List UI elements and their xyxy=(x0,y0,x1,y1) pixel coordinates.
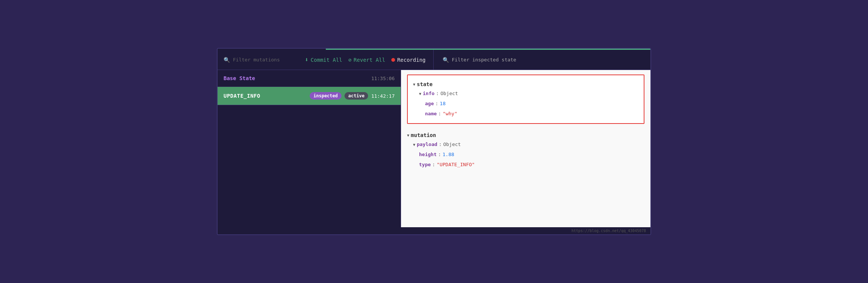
mutation-time: 11:42:17 xyxy=(371,93,395,99)
toolbar: 🔍 ⬇ Commit All ⊘ Revert All Recording xyxy=(218,50,650,70)
mutation-section: ▼ mutation ▼ payload : Object height : 1… xyxy=(407,128,644,172)
commit-all-label: Commit All xyxy=(311,57,342,63)
toolbar-actions: ⬇ Commit All ⊘ Revert All Recording xyxy=(305,56,426,63)
type-colon: : xyxy=(432,161,435,169)
progress-bar xyxy=(218,49,650,50)
mutation-name: UPDATE_INFO xyxy=(224,93,260,99)
height-value: 1.88 xyxy=(443,151,454,159)
mutation-badges: inspected active 11:42:17 xyxy=(310,92,395,100)
revert-circle-icon: ⊘ xyxy=(348,57,351,63)
commit-arrow-icon: ⬇ xyxy=(305,56,309,63)
search-icon-right: 🔍 xyxy=(443,57,449,63)
mutation-arrow-icon: ▼ xyxy=(407,133,409,137)
watermark-text: https://blog.csdn.net/qq_43045078 xyxy=(571,229,646,233)
app-container: 🔍 ⬇ Commit All ⊘ Revert All Recording xyxy=(217,48,651,235)
age-colon: : xyxy=(435,100,438,108)
toolbar-right: 🔍 xyxy=(441,57,645,63)
payload-value: Object xyxy=(443,141,461,149)
revert-all-button[interactable]: ⊘ Revert All xyxy=(348,57,385,63)
age-key: age xyxy=(425,100,434,108)
payload-arrow-icon: ▼ xyxy=(413,142,415,148)
name-colon: : xyxy=(438,110,441,118)
info-value: Object xyxy=(440,90,458,98)
toolbar-left: 🔍 ⬇ Commit All ⊘ Revert All Recording xyxy=(224,50,434,70)
badge-inspected: inspected xyxy=(310,92,342,100)
type-key: type xyxy=(419,161,431,169)
right-panel: ▼ state ▼ info : Object age : 18 xyxy=(401,70,650,227)
mutation-row[interactable]: UPDATE_INFO inspected active 11:42:17 xyxy=(218,87,401,105)
state-section: ▼ state ▼ info : Object age : 18 xyxy=(407,74,644,124)
name-key: name xyxy=(425,110,437,118)
tree-row-age: age : 18 xyxy=(413,99,638,109)
commit-all-button[interactable]: ⬇ Commit All xyxy=(305,56,342,63)
state-arrow-icon: ▼ xyxy=(413,82,415,86)
base-state-row[interactable]: Base State 11:35:06 xyxy=(218,70,401,87)
state-section-label: state xyxy=(417,81,433,87)
search-icon-left: 🔍 xyxy=(224,57,230,63)
tree-row-info: ▼ info : Object xyxy=(413,89,638,99)
info-arrow-icon: ▼ xyxy=(419,91,421,97)
tree-row-name: name : "why" xyxy=(413,109,638,119)
progress-fill xyxy=(326,49,650,50)
mutation-section-label: mutation xyxy=(411,132,436,138)
base-state-label: Base State xyxy=(224,75,255,81)
info-key: info xyxy=(423,90,434,98)
payload-colon: : xyxy=(439,141,442,149)
base-state-time: 11:35:06 xyxy=(371,76,395,81)
mutation-section-header: ▼ mutation xyxy=(407,131,644,140)
info-colon: : xyxy=(436,90,439,98)
filter-inspected-input[interactable] xyxy=(452,57,645,63)
main-content: Base State 11:35:06 UPDATE_INFO inspecte… xyxy=(218,70,650,227)
state-section-header: ▼ state xyxy=(413,80,638,89)
recording-button[interactable]: Recording xyxy=(391,57,426,63)
left-panel: Base State 11:35:06 UPDATE_INFO inspecte… xyxy=(218,70,401,227)
name-value: "why" xyxy=(443,110,457,118)
recording-dot-icon xyxy=(391,58,395,62)
tree-row-type: type : "UPDATE_INFO" xyxy=(407,160,644,170)
payload-key: payload xyxy=(417,141,437,149)
tree-row-height: height : 1.88 xyxy=(407,150,644,160)
height-colon: : xyxy=(438,151,441,159)
recording-label: Recording xyxy=(397,57,426,63)
age-value: 18 xyxy=(440,100,446,108)
type-value: "UPDATE_INFO" xyxy=(437,161,475,169)
height-key: height xyxy=(419,151,437,159)
filter-mutations-input[interactable] xyxy=(233,57,298,63)
badge-active: active xyxy=(345,92,368,100)
tree-row-payload: ▼ payload : Object xyxy=(407,140,644,150)
revert-all-label: Revert All xyxy=(353,57,385,63)
watermark: https://blog.csdn.net/qq_43045078 xyxy=(218,227,650,234)
